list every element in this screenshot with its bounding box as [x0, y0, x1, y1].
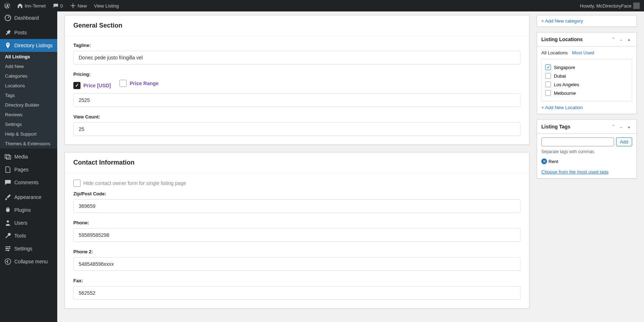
sidebar-subitem-settings[interactable]: Settings: [0, 119, 57, 129]
sidebar-subitem-themes[interactable]: Themes & Extensions: [0, 139, 57, 148]
comment-icon: [53, 3, 59, 9]
sidebar-subitem-categories[interactable]: Categories: [0, 71, 57, 81]
account-link[interactable]: Howdy, McDirectoryFace: [579, 3, 641, 9]
add-new-location-link[interactable]: + Add New Location: [541, 105, 583, 110]
view-listing-link[interactable]: View Listing: [93, 3, 120, 9]
sidebar-subitem-tags[interactable]: Tags: [0, 91, 57, 100]
howdy-text: Howdy, McDirectoryFace: [580, 3, 631, 9]
location-label: Melbourne: [554, 91, 576, 96]
price-range-checkbox[interactable]: [119, 80, 127, 87]
sidebar-submenu: All Listings Add New Categories Location…: [0, 52, 57, 148]
sidebar-subitem-all-listings[interactable]: All Listings: [0, 52, 57, 62]
view-count-input[interactable]: [73, 122, 521, 136]
location-item: Los Angeles: [545, 80, 628, 89]
wordpress-icon: [4, 3, 10, 9]
panel-down-icon[interactable]: ⌄: [618, 36, 624, 43]
sidebar-item-tools[interactable]: Tools: [0, 229, 57, 242]
svg-point-4: [9, 246, 10, 248]
sidebar-subitem-reviews[interactable]: Reviews: [0, 110, 57, 119]
locations-list: SingaporeDubaiLos AngelesMelbourne: [541, 59, 632, 101]
phone2-input[interactable]: [73, 257, 521, 271]
sidebar-item-posts[interactable]: Posts: [0, 26, 57, 39]
sidebar-item-comments[interactable]: Comments: [0, 176, 57, 189]
panel-toggle-icon[interactable]: ▴: [626, 36, 632, 43]
location-checkbox[interactable]: [545, 73, 551, 79]
wp-logo[interactable]: [3, 3, 11, 9]
location-checkbox[interactable]: [545, 82, 551, 87]
sidebar-item-appearance[interactable]: Appearance: [0, 191, 57, 204]
location-label: Singapore: [554, 65, 575, 70]
phone-input[interactable]: [73, 228, 521, 242]
sidebar-subitem-add-new[interactable]: Add New: [0, 62, 57, 71]
sidebar-subitem-help[interactable]: Help & Support: [0, 129, 57, 139]
plug-icon: [4, 206, 11, 214]
comments-count: 0: [60, 3, 63, 9]
tab-most-used-locations[interactable]: Most Used: [572, 50, 594, 58]
sidebar-item-pages[interactable]: Pages: [0, 163, 57, 176]
avatar-icon: [633, 3, 640, 9]
wrench-icon: [4, 232, 11, 239]
fax-input[interactable]: [73, 286, 521, 300]
sidebar-subitem-directory-builder[interactable]: Directory Builder: [0, 100, 57, 110]
hide-owner-label: Hide contact owner form for single listi…: [83, 180, 186, 186]
comments-icon: [4, 179, 11, 186]
home-icon: [17, 3, 23, 9]
panel-up-icon[interactable]: ⌃: [610, 123, 616, 130]
price-usd-label: Price [USD]: [83, 83, 111, 88]
site-link[interactable]: Inn-Ternet: [16, 3, 47, 9]
panel-up-icon[interactable]: ⌃: [610, 36, 616, 43]
location-label: Los Angeles: [554, 82, 579, 87]
phone-label: Phone:: [73, 220, 521, 225]
pricing-label: Pricing:: [73, 72, 521, 77]
page-icon: [4, 166, 11, 173]
listing-tags-panel: Listing Tags ⌃ ⌄ ▴ Add Separate tags wit…: [537, 119, 637, 179]
add-tag-button[interactable]: Add: [616, 137, 632, 146]
sidebar-subitem-locations[interactable]: Locations: [0, 81, 57, 91]
zip-label: Zip/Post Code:: [73, 191, 521, 196]
price-usd-checkbox[interactable]: [73, 82, 80, 89]
add-new-category-link[interactable]: + Add New category: [541, 18, 583, 24]
location-checkbox[interactable]: [545, 64, 551, 70]
admin-sidebar: Dashboard Posts Directory Listings All L…: [0, 11, 57, 322]
comments-link[interactable]: 0: [52, 3, 64, 9]
new-label: New: [78, 3, 87, 9]
tag-hint: Separate tags with commas: [541, 149, 632, 154]
svg-point-7: [5, 259, 11, 264]
sidebar-item-dashboard[interactable]: Dashboard: [0, 11, 57, 24]
contact-info-title: Contact Information: [65, 152, 529, 173]
fax-label: Fax:: [73, 278, 521, 283]
contact-info-metabox: Contact Information Hide contact owner f…: [64, 152, 530, 309]
panel-down-icon[interactable]: ⌄: [618, 123, 624, 130]
svg-point-6: [8, 250, 9, 251]
location-checkbox[interactable]: [545, 90, 551, 96]
location-item: Dubai: [545, 72, 628, 80]
categories-panel: + Add New category: [537, 15, 637, 27]
tab-all-locations[interactable]: All Locations: [541, 50, 568, 58]
tag-input[interactable]: [541, 137, 614, 146]
sidebar-item-users[interactable]: Users: [0, 216, 57, 229]
general-section-metabox: General Section Tagline: Pricing: Price …: [64, 15, 530, 145]
price-input[interactable]: [73, 93, 521, 107]
remove-tag-icon[interactable]: ✕: [541, 158, 547, 164]
general-section-title: General Section: [65, 15, 529, 36]
sidebar-item-settings[interactable]: Settings: [0, 242, 57, 255]
svg-rect-2: [6, 156, 11, 159]
sidebar-item-collapse[interactable]: Collapse menu: [0, 255, 57, 268]
svg-point-3: [7, 220, 9, 223]
pin-icon: [4, 29, 11, 36]
sidebar-item-directory-listings[interactable]: Directory Listings: [0, 39, 57, 52]
panel-toggle-icon[interactable]: ▴: [626, 123, 632, 130]
zip-input[interactable]: [73, 199, 521, 213]
dashboard-icon: [4, 14, 11, 21]
choose-used-tags-link[interactable]: Choose from the most used tags: [541, 169, 609, 175]
tagline-label: Tagline:: [73, 43, 521, 48]
site-name: Inn-Ternet: [25, 3, 46, 9]
hide-owner-checkbox[interactable]: [73, 180, 80, 187]
view-count-label: View Count:: [73, 114, 521, 119]
tagline-input[interactable]: [73, 51, 521, 64]
svg-rect-1: [5, 155, 9, 158]
new-content-link[interactable]: New: [69, 3, 88, 9]
media-icon: [4, 153, 11, 160]
sidebar-item-media[interactable]: Media: [0, 150, 57, 163]
sidebar-item-plugins[interactable]: Plugins: [0, 204, 57, 216]
